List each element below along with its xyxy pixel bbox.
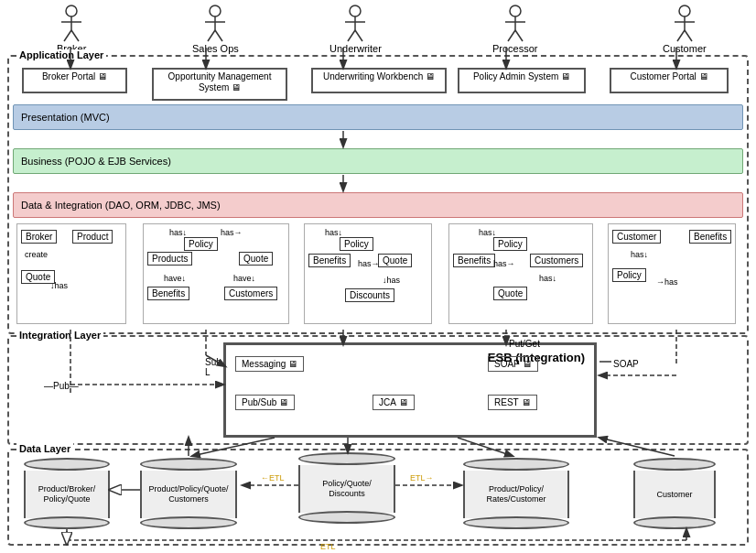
db2-label: Product/Policy/Quote/Customers xyxy=(148,484,228,504)
actor-underwriter-label: Underwriter xyxy=(329,43,382,54)
policy-admin-label: Policy Admin System 🖥 xyxy=(473,71,570,81)
opp-mgmt-label: Opportunity Management System 🖥 xyxy=(168,71,272,92)
messaging-icon: 🖥 xyxy=(288,359,297,369)
svg-line-8 xyxy=(208,30,215,41)
db1-body: Product/Broker/Policy/Quote xyxy=(24,471,110,518)
uml-has-proc: has↓ xyxy=(479,228,496,237)
db2-top xyxy=(140,458,237,471)
svg-line-3 xyxy=(64,30,71,41)
actor-processor: Processor xyxy=(492,5,538,54)
actor-customer: Customer xyxy=(663,5,707,54)
customer-portal-label: Customer Portal 🖥 xyxy=(630,71,707,81)
db2-body: Product/Policy/Quote/Customers xyxy=(140,471,237,518)
actor-customer-label: Customer xyxy=(663,43,707,54)
opp-mgmt-box: Opportunity Management System 🖥 xyxy=(152,68,287,101)
soap-icon: 🖥 xyxy=(523,359,532,369)
uml-cust-customer: Customer xyxy=(612,230,661,244)
uml-uw-discounts: Discounts xyxy=(345,288,394,302)
uml-have-proc: has↓ xyxy=(539,274,556,283)
uml-salesops-area: has↓ Policy has→ Products Quote have↓ Be… xyxy=(143,223,289,324)
business-label: Business (POJO & EJB Services) xyxy=(21,156,171,167)
uml-proc-quote: Quote xyxy=(493,287,527,300)
broker-portal-box: Broker Portal 🖥 xyxy=(22,68,127,93)
db5-bottom xyxy=(633,516,716,529)
db2-bottom xyxy=(140,516,237,529)
uml-uw-area: has↓ Policy Benefits has→ Quote Discount… xyxy=(304,223,432,324)
db-product-policy: Product/Policy/Quote/Customers xyxy=(140,458,237,529)
db-customer: Customer xyxy=(633,458,716,529)
uml-proc-policy: Policy xyxy=(493,237,527,251)
uml-salesops-policy: Policy xyxy=(184,237,218,251)
uml-proc-benefits: Benefits xyxy=(453,254,495,267)
uml-cust-area: Customer Benefits has↓ Policy →has xyxy=(608,223,736,324)
svg-line-14 xyxy=(355,30,362,41)
uml-cust-policy: Policy xyxy=(612,268,646,282)
svg-point-0 xyxy=(66,5,77,16)
uml-has-cust: has↓ xyxy=(631,250,648,259)
esb-jca: JCA 🖥 xyxy=(373,395,415,410)
business-band: Business (POJO & EJB Services) xyxy=(13,148,743,174)
uml-has1: ↓has xyxy=(50,281,68,290)
uml-uw-benefits: Benefits xyxy=(308,254,351,267)
broker-portal-label: Broker Portal 🖥 xyxy=(42,71,107,81)
db1-top xyxy=(24,458,110,471)
actor-salesops-label: Sales Ops xyxy=(192,43,239,54)
uml-has-uw3: ↓has xyxy=(383,276,400,285)
db1-label: Product/Broker/Policy/Quote xyxy=(38,484,96,504)
svg-point-15 xyxy=(510,5,521,16)
data-layer-label: Data Layer xyxy=(16,443,73,454)
svg-line-19 xyxy=(515,30,523,41)
uml-salesops-products: Products xyxy=(147,252,192,266)
esb-rest: REST 🖥 xyxy=(488,395,537,410)
actor-underwriter: Underwriter xyxy=(329,5,382,54)
svg-point-10 xyxy=(350,5,361,16)
uml-has-uw: has↓ xyxy=(325,228,342,237)
uml-salesops-benefits: Benefits xyxy=(147,287,189,300)
db5-top xyxy=(633,458,716,471)
uml-salesops-customers: Customers xyxy=(224,287,277,300)
esb-box: ESB (Integration) Messaging 🖥 Pub/Sub 🖥 … xyxy=(223,342,597,438)
sub-label: SubL xyxy=(205,357,221,377)
uml-proc-area: has↓ Policy Benefits has→ Customers Quot… xyxy=(448,223,593,324)
presentation-label: Presentation (MVC) xyxy=(21,112,110,123)
db5-body: Customer xyxy=(633,471,716,518)
uw-workbench-box: Underwriting Workbench 🖥 xyxy=(311,68,447,93)
uml-has-uw2: has→ xyxy=(358,259,380,268)
pub-label: —Pub— xyxy=(44,381,79,391)
soap-right-label: SOAP xyxy=(613,359,639,369)
messaging-label: Messaging xyxy=(242,359,286,369)
svg-line-24 xyxy=(685,30,692,41)
soap-label: SOAP xyxy=(494,359,520,369)
svg-line-9 xyxy=(215,30,222,41)
uml-has2: has→ xyxy=(221,228,243,237)
data-integration-band: Data & Integration (DAO, ORM, JDBC, JMS) xyxy=(13,192,743,218)
uw-workbench-label: Underwriting Workbench 🖥 xyxy=(323,71,435,81)
svg-line-4 xyxy=(71,30,79,41)
jca-icon: 🖥 xyxy=(399,397,408,407)
actor-broker: Broker xyxy=(57,5,86,54)
db3-body: Policy/Quote/Discounts xyxy=(298,465,395,513)
db5-label: Customer xyxy=(656,490,692,500)
uml-have2: have↓ xyxy=(233,274,255,283)
db4-bottom xyxy=(463,516,569,529)
db-policy-quote: Policy/Quote/Discounts xyxy=(298,452,395,524)
db-product-policy-rates: Product/Policy/Rates/Customer xyxy=(463,458,569,529)
svg-point-20 xyxy=(679,5,690,16)
uml-broker-area: Broker Product create Quote ↓has xyxy=(16,223,126,324)
uml-has-cust2: →has xyxy=(656,277,678,287)
put-get-label: Put/Get xyxy=(509,339,540,349)
db3-bottom xyxy=(298,511,395,524)
db3-label: Policy/Quote/Discounts xyxy=(322,479,372,499)
application-layer-label: Application Layer xyxy=(16,49,106,60)
db1-bottom xyxy=(24,516,110,529)
uml-broker: Broker xyxy=(21,230,57,244)
uml-create: create xyxy=(25,250,48,259)
uml-uw-policy: Policy xyxy=(340,237,373,251)
db4-label: Product/Policy/Rates/Customer xyxy=(486,484,545,504)
uml-cust-benefits: Benefits xyxy=(689,230,731,244)
policy-admin-box: Policy Admin System 🖥 xyxy=(458,68,586,93)
svg-line-18 xyxy=(508,30,515,41)
jca-label: JCA xyxy=(379,397,396,407)
presentation-band: Presentation (MVC) xyxy=(13,104,743,130)
actor-processor-label: Processor xyxy=(492,43,538,54)
